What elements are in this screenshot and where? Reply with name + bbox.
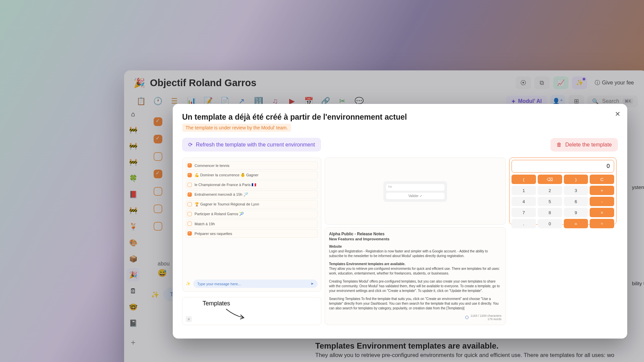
template-modal: ✕ Un template a déjà été créé à partir d… (173, 104, 627, 339)
tasks-preview: Commencer le tennis💪 Dominer la concurre… (182, 158, 321, 292)
calc-key[interactable]: 5 (538, 197, 562, 206)
task-label: Match à 19h (195, 222, 215, 226)
refresh-button[interactable]: ⟳ Refresh the template with the current … (182, 138, 321, 152)
calc-key[interactable]: 0 (538, 219, 562, 228)
task-label: le Championnat de France à Paris 🇫🇷 (195, 183, 256, 187)
task-label: Participer à Roland Garros 🎾 (195, 212, 244, 216)
mini-text-input[interactable]: I'm (386, 184, 444, 191)
task-label: 🏆 Gagner le Tournoi Régional de Lyon (195, 202, 259, 206)
task-label: Préparer ses raquettes (195, 232, 232, 236)
task-label: Entraînement mercredi à 15h 🏸 (195, 192, 248, 197)
mini-task-row[interactable]: Entraînement mercredi à 15h 🏸 (186, 190, 318, 199)
mini-task-row[interactable]: le Championnat de France à Paris 🇫🇷 (186, 181, 318, 189)
checkbox-icon[interactable] (187, 163, 192, 168)
calc-key[interactable]: C (590, 175, 614, 184)
checkbox-icon[interactable] (187, 202, 192, 206)
calc-key[interactable]: 4 (512, 197, 536, 206)
calculator-preview: 0 (⌫)C123+456-789×.0=÷ (509, 158, 616, 225)
calc-display: 0 (512, 160, 614, 173)
calc-key[interactable]: . (512, 219, 536, 228)
task-label: Commencer le tennis (195, 164, 229, 168)
char-count: 1163 / 1200 characters179 words (329, 314, 501, 321)
close-icon[interactable]: ✕ (615, 110, 621, 118)
calc-key[interactable]: 7 (512, 208, 536, 217)
validate-button[interactable]: Valider ✓ (386, 193, 444, 199)
calc-key[interactable]: 2 (538, 186, 562, 195)
calc-key[interactable]: ( (512, 175, 536, 184)
checkbox-icon[interactable] (187, 173, 192, 177)
calc-key[interactable]: = (564, 219, 588, 228)
checkbox-icon[interactable] (187, 183, 192, 187)
checkbox-icon[interactable] (187, 212, 192, 216)
task-label: 💪 Dominer la concurrence 👶 Gagner (195, 173, 259, 177)
modal-title: Un template a déjà été créé à partir de … (182, 113, 618, 122)
calc-key[interactable]: 6 (564, 197, 588, 206)
calc-key[interactable]: 1 (512, 186, 536, 195)
calc-key[interactable]: 9 (564, 208, 588, 217)
mini-task-row[interactable]: Préparer ses raquettes (186, 229, 318, 238)
arrow-sketch-icon (224, 307, 248, 321)
mini-message-input[interactable]: Type your message here... ➤ (193, 280, 318, 288)
checkbox-icon[interactable] (187, 231, 192, 236)
mini-task-row[interactable]: Commencer le tennis (186, 161, 318, 170)
calc-key[interactable]: ÷ (590, 219, 614, 228)
calc-key[interactable]: ) (564, 175, 588, 184)
modal-overlay[interactable]: ✕ Un template a déjà été créé à partir d… (0, 0, 644, 362)
preview-grid: Commencer le tennis💪 Dominer la concurre… (182, 158, 618, 315)
review-badge: The template is under review by the Modu… (182, 124, 291, 132)
whiteboard-preview: Templates ≡ (182, 297, 321, 325)
checkbox-icon[interactable] (187, 222, 192, 226)
mini-task-row[interactable]: 🏆 Gagner le Tournoi Régional de Lyon (186, 200, 318, 208)
send-icon[interactable]: ➤ (311, 282, 314, 286)
calc-key[interactable]: ⌫ (538, 175, 562, 184)
whiteboard-tool-icon[interactable]: ≡ (186, 316, 192, 322)
mini-task-row[interactable]: Match à 19h (186, 220, 318, 228)
delete-button[interactable]: 🗑 Delete the template (550, 138, 618, 152)
calc-key[interactable]: 8 (538, 208, 562, 217)
mini-task-row[interactable]: 💪 Dominer la concurrence 👶 Gagner (186, 171, 318, 179)
trash-icon: 🗑 (556, 142, 562, 148)
ai-icon[interactable]: ✨ (186, 282, 191, 286)
refresh-icon: ⟳ (188, 141, 193, 148)
form-preview: I'm Valider ✓ (325, 158, 506, 225)
calc-key[interactable]: 3 (564, 186, 588, 195)
calc-key[interactable]: + (590, 186, 614, 195)
checkbox-icon[interactable] (187, 192, 192, 197)
calc-key[interactable]: × (590, 208, 614, 217)
notes-preview: Alpha Public - Release Notes New Feature… (325, 227, 506, 325)
mini-task-row[interactable]: Participer à Roland Garros 🎾 (186, 210, 318, 218)
calc-key[interactable]: - (590, 197, 614, 206)
